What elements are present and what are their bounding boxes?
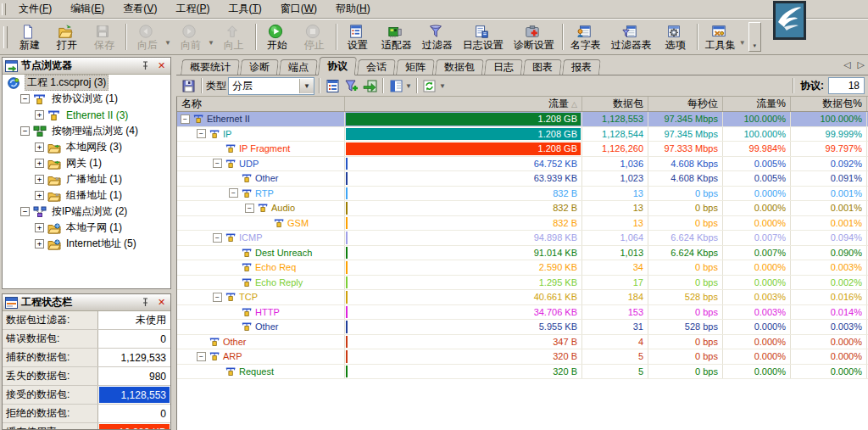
tree-item-gateway[interactable]: + 网关 (1) — [3, 155, 170, 171]
protocol-row-GSM[interactable]: GSM 832 B 13 0 bps 0.000% 0.001% — [177, 216, 868, 232]
protocol-row-TCP[interactable]: −TCP 40.661 KB 184 528 bps 0.003% 0.016% — [177, 290, 868, 305]
tab-scroll-right-icon[interactable]: ▷ — [858, 59, 865, 70]
tree-expand-toggle[interactable]: + — [35, 159, 44, 168]
menu-edit[interactable]: 编辑(E) — [61, 0, 114, 18]
diag-settings-button[interactable]: 诊断设置 — [509, 22, 559, 52]
tab-packets[interactable]: 数据包 — [435, 59, 484, 75]
options-button[interactable]: 选项 — [657, 22, 694, 52]
pin-icon[interactable] — [139, 297, 152, 309]
protocol-row-Echo-Req[interactable]: Echo Req 2.590 KB 34 0 bps 0.000% 0.003% — [177, 260, 868, 276]
protocol-row-Other[interactable]: Other 347 B 4 0 bps 0.000% 0.000% — [177, 335, 868, 350]
back-dropdown-icon[interactable]: ▼ — [164, 39, 171, 47]
protocol-row-Other[interactable]: Other 5.955 KB 31 528 bps 0.000% 0.003% — [177, 320, 868, 335]
row-expand-toggle[interactable]: − — [213, 233, 222, 243]
column-header-流量%[interactable]: 流量% — [723, 97, 791, 111]
column-header-名称[interactable]: 名称 — [177, 97, 345, 111]
tree-expand-toggle[interactable]: + — [35, 175, 44, 184]
column-header-数据包%[interactable]: 数据包% — [791, 97, 867, 111]
protocol-row-Request[interactable]: Request 320 B 5 0 bps 0.000% 0.000% — [177, 365, 868, 380]
toolset-dropdown-icon[interactable]: ▼ — [739, 39, 746, 47]
tree-item-browse-by-ip[interactable]: − 按IP端点浏览 (2) — [3, 204, 170, 220]
back-button[interactable]: 向后 — [129, 22, 166, 52]
tab-conversations[interactable]: 会话 — [357, 59, 396, 75]
pin-icon[interactable] — [139, 60, 152, 72]
tab-reports[interactable]: 报表 — [562, 59, 601, 75]
add-filter-button[interactable] — [342, 77, 359, 94]
tree-item-local-segment[interactable]: + 本地网段 (3) — [3, 139, 170, 155]
protocol-row-ARP[interactable]: −ARP 320 B 5 0 bps 0.000% 0.000% — [177, 349, 868, 365]
protocol-row-Other[interactable]: Other 63.939 KB 1,023 4.608 Kbps 0.005% … — [177, 171, 868, 187]
protocol-row-UDP[interactable]: −UDP 64.752 KB 1,036 4.608 Kbps 0.005% 0… — [177, 157, 868, 172]
menu-file[interactable]: 文件(F) — [9, 0, 61, 18]
protocol-row-IP[interactable]: −IP 1.208 GB 1,128,544 97.345 Mbps 100.0… — [177, 127, 868, 142]
column-header-数据包[interactable]: 数据包 — [582, 97, 648, 111]
tree-item-project-root[interactable]: 工程 1.cscproj (3) — [3, 75, 170, 91]
column-header-流量[interactable]: 流量△ — [345, 97, 582, 111]
log-settings-button[interactable]: 日志设置 — [458, 22, 509, 52]
row-expand-toggle[interactable]: − — [181, 114, 190, 124]
forward-button[interactable]: 向前 — [172, 22, 209, 52]
close-icon[interactable]: ✕ — [155, 60, 168, 72]
protocol-row-Echo-Reply[interactable]: Echo Reply 1.295 KB 17 0 bps 0.000% 0.00… — [177, 276, 868, 291]
refresh-dropdown-icon[interactable]: ▼ — [439, 82, 446, 90]
tree-expand-toggle[interactable]: + — [35, 223, 44, 232]
display-fields-button[interactable] — [324, 77, 341, 94]
row-expand-toggle[interactable]: − — [197, 352, 206, 361]
start-button[interactable]: 开始 — [259, 22, 296, 52]
row-expand-toggle[interactable]: − — [213, 159, 222, 168]
tab-endpoints[interactable]: 端点 — [279, 59, 318, 75]
row-expand-toggle[interactable]: − — [197, 129, 206, 138]
toolbar-grip[interactable] — [3, 26, 8, 48]
tree-expand-toggle[interactable]: − — [20, 207, 30, 216]
protocol-row-IP-Fragment[interactable]: IP Fragment 1.208 GB 1,126,260 97.333 Mb… — [177, 142, 868, 157]
new-button[interactable]: 新建 — [11, 22, 48, 52]
menu-window[interactable]: 窗口(W) — [271, 0, 326, 18]
menu-grip[interactable] — [2, 3, 6, 15]
tree-item-browse-by-protocol[interactable]: − 按协议浏览 (1) — [3, 91, 170, 107]
chevron-down-icon[interactable]: ▼ — [299, 79, 314, 93]
tree-expand-toggle[interactable]: + — [35, 191, 44, 200]
open-button[interactable]: 打开 — [48, 22, 86, 52]
columns-button[interactable] — [387, 77, 404, 94]
tree-expand-toggle[interactable]: + — [35, 239, 44, 249]
tree-expand-toggle[interactable]: + — [35, 142, 44, 152]
protocol-row-Dest-Unreach[interactable]: Dest Unreach 91.014 KB 1,013 6.624 Kbps … — [177, 246, 868, 261]
menu-tools[interactable]: 工具(T) — [219, 0, 270, 18]
menu-view[interactable]: 查看(V) — [114, 0, 166, 18]
toolbar-overflow-button[interactable]: ▾ — [748, 22, 761, 52]
filter-button[interactable]: 过滤器 — [417, 22, 458, 52]
close-icon[interactable]: ✕ — [155, 297, 168, 309]
export-save-button[interactable] — [180, 77, 197, 94]
protocol-row-RTP[interactable]: −RTP 832 B 13 0 bps 0.000% 0.001% — [177, 187, 868, 202]
tree-item-broadcast-addr[interactable]: + 广播地址 (1) — [3, 171, 170, 187]
tree-item-ethernet-ii[interactable]: + Ethernet II (3) — [3, 107, 170, 123]
forward-dropdown-icon[interactable]: ▼ — [208, 39, 214, 47]
row-expand-toggle[interactable]: − — [229, 188, 238, 198]
tree-item-internet-addr[interactable]: + Internet地址 (5) — [3, 236, 170, 252]
toolset-button[interactable]: 工具集 — [700, 22, 741, 52]
settings-button[interactable]: 设置 — [339, 22, 376, 52]
tab-protocols[interactable]: 协议 — [318, 57, 357, 75]
tree-expand-toggle[interactable]: − — [20, 94, 30, 103]
tree-expand-toggle[interactable]: + — [35, 110, 44, 120]
tab-summary[interactable]: 概要统计 — [181, 59, 240, 75]
tab-matrix[interactable]: 矩阵 — [396, 59, 435, 75]
type-select[interactable]: 分层 ▼ — [228, 77, 314, 95]
row-expand-toggle[interactable]: − — [245, 204, 254, 213]
refresh-button[interactable] — [421, 77, 438, 94]
row-expand-toggle[interactable]: − — [213, 293, 222, 302]
columns-dropdown-icon[interactable]: ▼ — [405, 82, 412, 90]
tree-item-multicast-addr[interactable]: + 组播地址 (1) — [3, 187, 170, 204]
protocol-row-Audio[interactable]: −Audio 832 B 13 0 bps 0.000% 0.001% — [177, 201, 868, 216]
adapter-button[interactable]: 适配器 — [376, 22, 417, 52]
tree-item-browse-by-physical[interactable]: − 按物理端点浏览 (4) — [3, 123, 170, 139]
save-button[interactable]: 保存 — [86, 22, 123, 52]
up-button[interactable]: 向上 — [215, 22, 253, 52]
tab-scroll-left-icon[interactable]: ◁ — [843, 59, 850, 70]
tab-diagnosis[interactable]: 诊断 — [240, 59, 279, 75]
menu-help[interactable]: 帮助(H) — [326, 0, 380, 18]
tab-charts[interactable]: 图表 — [523, 59, 562, 75]
make-filter-button[interactable] — [361, 77, 378, 94]
column-header-每秒位[interactable]: 每秒位 — [648, 97, 723, 111]
tab-logs[interactable]: 日志 — [484, 59, 523, 75]
